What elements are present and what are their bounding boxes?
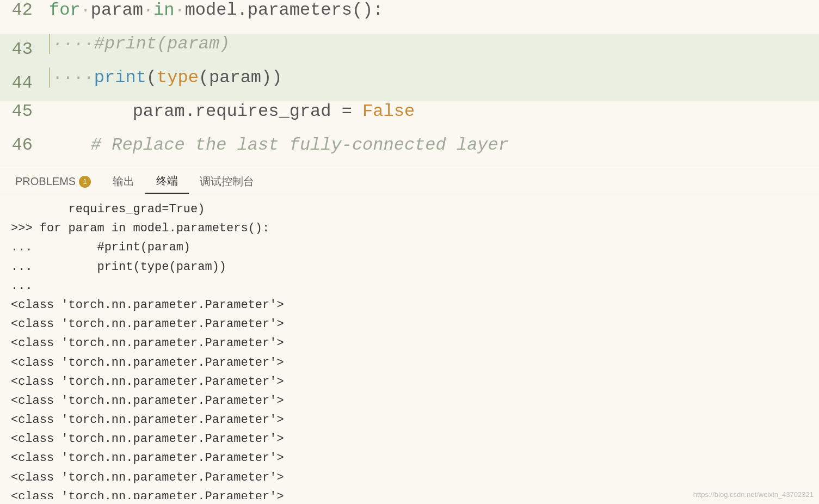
indent-bar-44 — [49, 67, 50, 88]
code-line-42: 42 for·param·in·model.parameters(): — [0, 0, 819, 34]
terminal-line-15: <class 'torch.nn.parameter.Parameter'> — [11, 487, 808, 499]
tab-problems[interactable]: PROBLEMS 1 — [4, 169, 102, 194]
line-number-42: 42 — [0, 0, 49, 20]
indent-dots: ···· — [52, 34, 94, 54]
terminal-line-0: requires_grad=True) — [11, 200, 808, 219]
line-number-45: 45 — [0, 101, 49, 121]
terminal-line-14: <class 'torch.nn.parameter.Parameter'> — [11, 468, 808, 487]
terminal-line-13: <class 'torch.nn.parameter.Parameter'> — [11, 448, 808, 468]
terminal-line-2: ... #print(param) — [11, 238, 808, 257]
terminal-output: requires_grad=True) >>> for param in mod… — [0, 194, 819, 499]
indent-bar-43 — [49, 34, 50, 54]
terminal-line-12: <class 'torch.nn.parameter.Parameter'> — [11, 429, 808, 448]
line-number-44: 44 — [0, 73, 49, 93]
code-line-43: 43 ····#print(param) — [0, 34, 819, 67]
code-line-46: 46 # Replace the last fully-connected la… — [0, 135, 819, 169]
bottom-panel: PROBLEMS 1 输出 终端 调试控制台 requires_grad=Tru… — [0, 169, 819, 504]
line-content-43: ····#print(param) — [52, 34, 230, 54]
line-content-46: # Replace the last fully-connected layer — [49, 135, 509, 155]
terminal-line-3: ... print(type(param)) — [11, 257, 808, 276]
panel-tabs: PROBLEMS 1 输出 终端 调试控制台 — [0, 169, 819, 194]
terminal-line-4: ... — [11, 276, 808, 296]
terminal-line-1: >>> for param in model.parameters(): — [11, 219, 808, 238]
watermark: https://blog.csdn.net/weixin_43702321 — [693, 490, 814, 499]
dot-space: · — [174, 0, 184, 20]
dot-space: · — [143, 0, 153, 20]
keyword-false: False — [362, 101, 415, 121]
tab-terminal-label: 终端 — [156, 174, 178, 188]
var-param: param — [91, 0, 143, 20]
paren-open: ( — [146, 67, 157, 88]
keyword-type: type — [157, 67, 199, 88]
terminal-line-5: <class 'torch.nn.parameter.Parameter'> — [11, 296, 808, 315]
code-editor: 42 for·param·in·model.parameters(): 43 ·… — [0, 0, 819, 169]
indent-dots: ···· — [52, 67, 94, 88]
model-params: model.parameters(): — [185, 0, 384, 20]
tab-output[interactable]: 输出 — [102, 169, 145, 194]
code-line-44: 44 ····print(type(param)) — [0, 67, 819, 101]
terminal-line-11: <class 'torch.nn.parameter.Parameter'> — [11, 410, 808, 429]
terminal-line-8: <class 'torch.nn.parameter.Parameter'> — [11, 353, 808, 372]
problems-badge: 1 — [79, 176, 91, 188]
terminal-line-6: <class 'torch.nn.parameter.Parameter'> — [11, 315, 808, 334]
line-content-42: for·param·in·model.parameters(): — [49, 0, 384, 20]
param-requires: param.requires_grad = — [49, 101, 362, 121]
paren-args: (param)) — [199, 67, 282, 88]
tab-output-label: 输出 — [113, 174, 134, 189]
line-content-45: param.requires_grad = False — [49, 101, 415, 121]
terminal-line-10: <class 'torch.nn.parameter.Parameter'> — [11, 391, 808, 410]
keyword-print: print — [94, 67, 146, 88]
line-content-44: ····print(type(param)) — [52, 67, 282, 88]
code-line-45: 45 param.requires_grad = False — [0, 101, 819, 135]
comment-43: #print(param) — [94, 34, 230, 54]
keyword-in: in — [153, 0, 174, 20]
keyword-for: for — [49, 0, 81, 20]
terminal-line-9: <class 'torch.nn.parameter.Parameter'> — [11, 372, 808, 391]
tab-debug[interactable]: 调试控制台 — [189, 169, 265, 194]
tab-terminal[interactable]: 终端 — [145, 169, 189, 194]
line-number-46: 46 — [0, 135, 49, 155]
terminal-line-7: <class 'torch.nn.parameter.Parameter'> — [11, 334, 808, 353]
comment-46: # Replace the last fully-connected layer — [49, 135, 509, 155]
tab-debug-label: 调试控制台 — [200, 174, 254, 189]
line-number-43: 43 — [0, 39, 49, 59]
dot-space: · — [81, 0, 91, 20]
tab-problems-label: PROBLEMS — [15, 175, 76, 188]
